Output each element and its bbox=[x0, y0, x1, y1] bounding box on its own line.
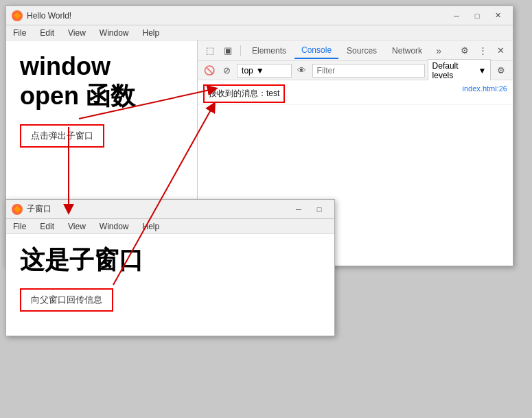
context-dropdown-icon: ▼ bbox=[256, 66, 264, 76]
child-title-bar-left: 🔶 子窗口 bbox=[12, 203, 51, 215]
window-icon: 🔶 bbox=[12, 10, 23, 21]
child-menu-bar: File Edit View Window Help bbox=[6, 219, 334, 234]
child-window: 🔶 子窗口 ─ □ File Edit View Window Help 这是子… bbox=[5, 199, 335, 336]
tab-network[interactable]: Network bbox=[385, 43, 429, 58]
mobile-icon[interactable]: ▣ bbox=[220, 43, 236, 59]
child-page-title: 这是子窗口 bbox=[20, 245, 321, 275]
menu-edit[interactable]: Edit bbox=[37, 27, 57, 39]
child-menu-window[interactable]: Window bbox=[97, 220, 132, 233]
filter-input[interactable] bbox=[312, 64, 425, 78]
console-settings-icon[interactable]: ⚙ bbox=[494, 62, 509, 79]
console-message: 接收到的消息：test index.html:26 bbox=[198, 83, 513, 105]
devtools-close-icon[interactable]: ✕ bbox=[492, 43, 509, 59]
child-left-panel: 这是子窗口 向父窗口回传信息 bbox=[6, 234, 334, 323]
devtools-toolbar-right: ⚙ ⋮ ✕ bbox=[456, 43, 509, 59]
clear-console-icon[interactable]: 🚫 bbox=[202, 62, 217, 79]
menu-bar: File Edit View Window Help bbox=[6, 25, 513, 40]
menu-window[interactable]: Window bbox=[97, 27, 132, 39]
child-menu-file[interactable]: File bbox=[10, 220, 29, 233]
menu-view[interactable]: View bbox=[65, 27, 89, 39]
title-bar: 🔶 Hello World! ─ □ ✕ bbox=[6, 6, 513, 25]
devtools-toolbar: ⬚ ▣ Elements Console Sources Network » ⚙… bbox=[198, 40, 513, 61]
child-menu-help[interactable]: Help bbox=[140, 220, 163, 233]
menu-file[interactable]: File bbox=[10, 27, 29, 39]
popup-button[interactable]: 点击弹出子窗口 bbox=[20, 124, 104, 148]
level-value: Default levels bbox=[432, 61, 476, 80]
child-window-icon: 🔶 bbox=[12, 204, 23, 215]
console-message-bordered: 接收到的消息：test bbox=[203, 84, 285, 103]
devtools-secondary-bar: 🚫 ⊘ top ▼ 👁 Default levels ▼ ⚙ bbox=[198, 61, 513, 80]
tab-sources[interactable]: Sources bbox=[340, 43, 384, 58]
inspect-element-icon[interactable]: ⬚ bbox=[202, 43, 218, 59]
console-message-text: 接收到的消息：test bbox=[203, 84, 457, 103]
level-selector[interactable]: Default levels ▼ bbox=[428, 59, 491, 82]
child-menu-edit[interactable]: Edit bbox=[37, 220, 57, 233]
minimize-button[interactable]: ─ bbox=[447, 9, 466, 23]
child-menu-view[interactable]: View bbox=[65, 220, 89, 233]
toolbar-separator bbox=[240, 45, 241, 56]
window-title: Hello World! bbox=[27, 11, 71, 21]
child-title-bar: 🔶 子窗口 ─ □ bbox=[6, 200, 334, 219]
page-title: window open 函数 bbox=[20, 51, 183, 111]
level-dropdown-icon: ▼ bbox=[478, 66, 487, 76]
eye-icon[interactable]: 👁 bbox=[294, 62, 310, 79]
more-tabs-button[interactable]: » bbox=[430, 43, 447, 59]
settings-icon[interactable]: ⚙ bbox=[456, 43, 473, 59]
child-window-controls: ─ □ bbox=[289, 202, 329, 216]
console-source[interactable]: index.html:26 bbox=[463, 84, 507, 93]
maximize-button[interactable]: □ bbox=[467, 9, 487, 23]
more-options-icon[interactable]: ⋮ bbox=[474, 43, 491, 59]
context-value: top bbox=[242, 66, 253, 76]
tab-elements[interactable]: Elements bbox=[245, 43, 293, 58]
child-window-title: 子窗口 bbox=[27, 203, 51, 215]
tab-console[interactable]: Console bbox=[294, 43, 338, 59]
title-bar-left: 🔶 Hello World! bbox=[12, 10, 71, 21]
child-maximize-button[interactable]: □ bbox=[310, 202, 329, 216]
window-controls: ─ □ ✕ bbox=[447, 9, 507, 23]
send-to-parent-button[interactable]: 向父窗口回传信息 bbox=[20, 288, 113, 312]
child-minimize-button[interactable]: ─ bbox=[289, 202, 308, 216]
close-button[interactable]: ✕ bbox=[488, 9, 507, 23]
block-icon[interactable]: ⊘ bbox=[220, 62, 235, 79]
menu-help[interactable]: Help bbox=[140, 27, 163, 39]
context-selector[interactable]: top ▼ bbox=[237, 64, 292, 78]
